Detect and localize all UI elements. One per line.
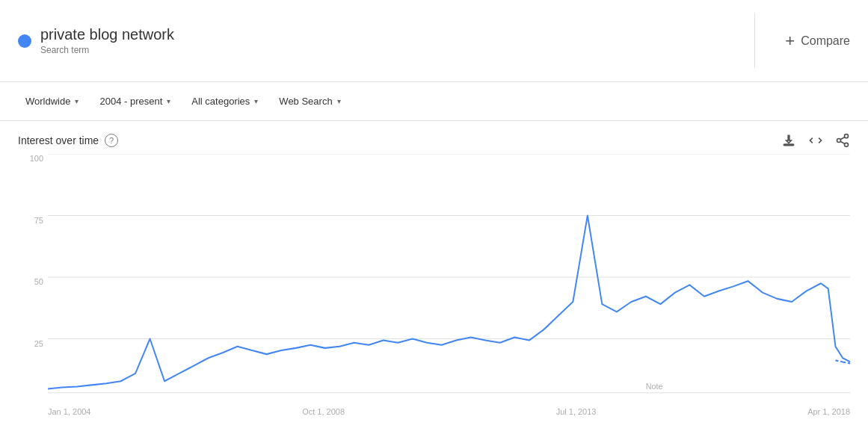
term-dot-indicator (18, 34, 31, 48)
search-type-arrow-icon: ▾ (337, 97, 341, 105)
chart-wrapper: 100 75 50 25 (18, 154, 850, 423)
chart-actions (781, 133, 850, 148)
chart-svg: Note (48, 154, 850, 400)
compare-block[interactable]: + Compare (755, 31, 850, 51)
y-label-100: 100 (30, 154, 43, 163)
svg-line-5 (840, 137, 845, 139)
x-label-2018: Apr 1, 2018 (807, 407, 850, 416)
download-button[interactable] (781, 133, 796, 148)
time-filter[interactable]: 2004 - present ▾ (92, 91, 178, 111)
chart-title: Interest over time (18, 134, 99, 146)
category-filter[interactable]: All categories ▾ (184, 91, 265, 111)
svg-point-1 (845, 134, 849, 138)
x-label-2013: Jul 1, 2013 (556, 407, 597, 416)
search-type-filter[interactable]: Web Search ▾ (271, 91, 348, 111)
compare-label: Compare (801, 34, 850, 48)
x-label-2004: Jan 1, 2004 (48, 407, 91, 416)
chart-area: Note (48, 154, 850, 400)
y-label-50: 50 (34, 277, 43, 286)
y-label-25: 25 (34, 339, 43, 348)
category-arrow-icon: ▾ (254, 97, 258, 105)
term-info: private blog network Search term (40, 26, 174, 55)
chart-header: Interest over time ? (18, 133, 850, 148)
search-term-block: private blog network Search term (18, 13, 755, 68)
region-arrow-icon: ▾ (75, 97, 79, 105)
chart-title-area: Interest over time ? (18, 134, 118, 147)
svg-line-11 (835, 360, 843, 362)
term-type: Search term (40, 45, 174, 55)
region-filter[interactable]: Worldwide ▾ (18, 91, 86, 111)
svg-text:Note: Note (646, 381, 663, 390)
svg-point-2 (837, 139, 841, 143)
search-type-label: Web Search (279, 96, 332, 107)
region-label: Worldwide (25, 96, 70, 107)
help-icon[interactable]: ? (105, 134, 118, 147)
chart-section: Interest over time ? 100 75 50 25 (0, 121, 868, 423)
y-axis: 100 75 50 25 (18, 154, 48, 400)
embed-button[interactable] (808, 133, 823, 148)
svg-point-3 (845, 143, 849, 146)
x-label-2008: Oct 1, 2008 (302, 407, 345, 416)
x-axis: Jan 1, 2004 Oct 1, 2008 Jul 1, 2013 Apr … (48, 400, 850, 423)
filters-bar: Worldwide ▾ 2004 - present ▾ All categor… (0, 82, 868, 121)
time-label: 2004 - present (99, 96, 162, 107)
category-label: All categories (191, 96, 250, 107)
time-arrow-icon: ▾ (167, 97, 170, 105)
svg-line-4 (840, 141, 845, 143)
y-label-75: 75 (34, 216, 43, 225)
compare-plus-icon: + (785, 31, 795, 51)
svg-rect-0 (784, 144, 793, 146)
term-name: private blog network (40, 26, 174, 43)
share-button[interactable] (835, 133, 850, 148)
header-section: private blog network Search term + Compa… (0, 0, 868, 82)
